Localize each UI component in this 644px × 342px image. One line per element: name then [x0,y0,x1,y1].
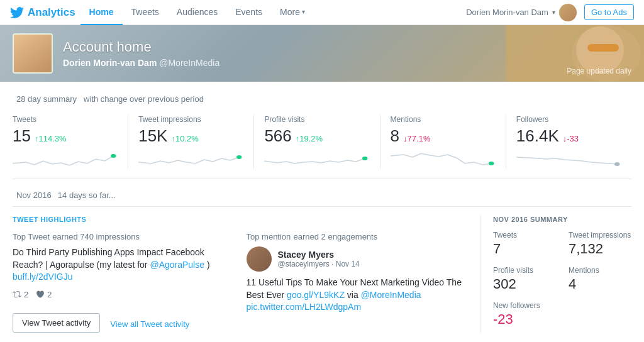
mention-text: 11 Useful Tips To Make Your Next Marketi… [247,277,468,314]
nov-summary-label: NOV 2016 SUMMARY [493,216,631,223]
mentions-sparkline [391,150,496,168]
profile-visits-sparkline [264,150,369,168]
svg-point-5 [236,155,242,159]
account-name: Dorien Morin-van Dam [63,58,157,68]
followers-value: 16.4K [516,126,559,146]
nov-profile-visits: Profile visits 302 [493,266,556,292]
svg-point-7 [489,162,494,165]
impressions-change: ↑10.2% [171,134,198,143]
mention-name: Stacey Myers [278,250,360,260]
nov-impressions: Tweet impressions 7,132 [569,231,631,257]
svg-rect-3 [587,44,619,52]
logo[interactable]: Analytics [10,6,75,19]
nov-profile-visits-value: 302 [493,276,556,292]
user-menu[interactable]: Dorien Morin-van Dam ▾ [466,4,577,21]
nov-mentions: Mentions 4 [569,266,631,292]
top-mention-title: Top mention earned 2 engagements [247,231,468,241]
tweet-url-link[interactable]: buff.ly/2dVIGJu [13,272,72,282]
likes-count: 2 [36,290,52,299]
top-tweet-text: Do Third Party Publishing Apps Impact Fa… [13,246,234,284]
impressions-sparkline [138,150,243,168]
nav-right: Dorien Morin-van Dam ▾ Go to Ads [466,4,634,21]
account-avatar [13,33,53,74]
navigation: Analytics Home Tweets Audiences Events M… [0,0,644,25]
tweet-actions: 2 2 [13,290,234,299]
view-all-tweet-activity-link[interactable]: View all Tweet activity [110,319,189,329]
metric-tweets: Tweets 15 ↑114.3% [13,115,128,168]
brand-label: Analytics [28,6,75,19]
account-header: Account home Dorien Morin-van Dam @MoreI… [0,25,644,82]
mention-pic-link[interactable]: pic.twitter.com/LH2LWdgpAm [247,302,362,312]
mention-url-link[interactable]: goo.gl/YL9kKZ [287,290,345,300]
nav-more[interactable]: More ▾ [271,0,314,25]
user-avatar [559,4,577,21]
nav-home[interactable]: Home [80,0,123,25]
nov-mentions-value: 4 [569,276,631,292]
profile-visits-value: 566 [264,126,291,146]
mention-avatar [247,246,272,272]
profile-visits-change: ↑19.2% [296,134,323,143]
impressions-value: 15K [138,126,167,146]
summary-title: 28 day summary with change over previous… [13,92,631,105]
main-content: 28 day summary with change over previous… [0,82,644,342]
svg-point-4 [111,154,116,158]
metric-impressions: Tweet impressions 15K ↑10.2% [138,115,254,168]
nav-audiences[interactable]: Audiences [168,0,226,25]
nov-tweets-value: 7 [493,241,556,257]
chevron-down-icon: ▾ [552,9,555,16]
nov-new-followers: New followers -23 [493,301,631,328]
nov-impressions-value: 7,132 [569,241,631,257]
mention-handle-date: @staceylmyers · Nov 14 [278,260,360,268]
mention-user: Stacey Myers @staceylmyers · Nov 14 [247,246,468,272]
svg-point-8 [614,162,619,166]
user-name-label: Dorien Morin-van Dam [466,8,548,17]
tweet-highlights-label: TWEET HIGHLIGHTS [13,216,467,223]
highlights-row: Top Tweet earned 740 impressions Do Thir… [13,231,467,333]
nav-links: Home Tweets Audiences Events More ▾ [80,0,314,25]
page-updated-label: Page updated daily [567,67,631,75]
svg-point-6 [362,157,367,160]
account-info: Account home Dorien Morin-van Dam @MoreI… [63,39,219,68]
mention-user-link[interactable]: @MoreInMedia [361,290,421,300]
tweets-sparkline [13,150,118,168]
tweet-highlights: TWEET HIGHLIGHTS Top Tweet earned 740 im… [13,216,480,333]
nov-summary-grid: Tweets 7 Tweet impressions 7,132 Profile… [493,231,631,328]
tweets-value: 15 [13,126,31,146]
chevron-down-icon: ▾ [302,8,305,15]
month-header: Nov 2016 14 days so far... [13,189,631,200]
nov-new-followers-value: -23 [493,311,631,328]
page-title: Account home [63,39,219,55]
top-mention-block: Top mention earned 2 engagements Stacey … [247,231,468,333]
account-handle: @MoreInMedia [159,58,219,68]
view-tweet-activity-button[interactable]: View Tweet activity [13,313,100,333]
section-divider [13,206,631,207]
nav-tweets[interactable]: Tweets [123,0,168,25]
tweets-change: ↑114.3% [35,134,67,143]
view-activity-row: View Tweet activity View all Tweet activ… [13,308,234,333]
top-tweet-title: Top Tweet earned 740 impressions [13,231,234,241]
nov-summary: NOV 2016 SUMMARY Tweets 7 Tweet impressi… [480,216,631,333]
mentions-change: ↓77.1% [403,134,430,143]
top-tweet-block: Top Tweet earned 740 impressions Do Thir… [13,231,247,333]
metric-mentions: Mentions 8 ↓77.1% [391,115,506,168]
agorapulse-link[interactable]: @AgoraPulse [150,260,204,270]
nov-tweets: Tweets 7 [493,231,556,257]
highlights-section: TWEET HIGHLIGHTS Top Tweet earned 740 im… [13,216,631,333]
retweet-count: 2 [13,290,28,299]
followers-sparkline [516,150,621,168]
nav-events[interactable]: Events [226,0,271,25]
metric-profile-visits: Profile visits 566 ↑19.2% [264,115,380,168]
mentions-value: 8 [391,126,399,146]
metrics-row: Tweets 15 ↑114.3% Tweet impressions 15K … [13,115,631,179]
followers-change: ↓-33 [563,134,579,143]
metric-followers: Followers 16.4K ↓-33 [516,115,631,168]
go-to-ads-button[interactable]: Go to Ads [584,4,634,20]
